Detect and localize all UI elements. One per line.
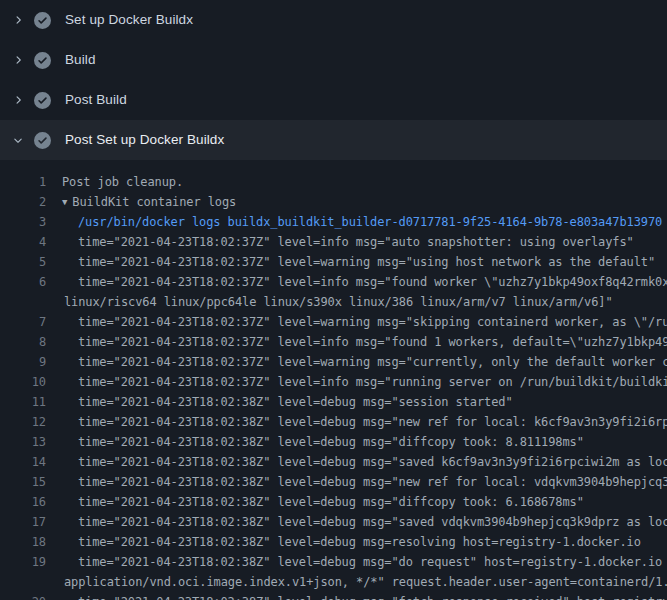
log-line: 5 ▼ time="2021-04-23T18:02:37Z" level=wa… — [0, 252, 667, 272]
log-line: 4 ▼ time="2021-04-23T18:02:37Z" level=in… — [0, 232, 667, 252]
log-line-text: time="2021-04-23T18:02:38Z" level=debug … — [78, 492, 584, 512]
log-line: 6 ▼ time="2021-04-23T18:02:37Z" level=in… — [0, 272, 667, 292]
line-number[interactable]: 8 — [0, 332, 46, 352]
log-line-text: time="2021-04-23T18:02:37Z" level=info m… — [78, 372, 667, 392]
line-number[interactable]: 11 — [0, 392, 46, 412]
line-number[interactable]: 4 — [0, 232, 46, 252]
log-line: 12 ▼ time="2021-04-23T18:02:38Z" level=d… — [0, 412, 667, 432]
log-line-text: Post job cleanup. — [62, 172, 183, 192]
line-number[interactable]: 1 — [0, 172, 46, 192]
step-label: Set up Docker Buildx — [65, 13, 193, 27]
log-line: 7 ▼ time="2021-04-23T18:02:37Z" level=wa… — [0, 312, 667, 332]
line-number[interactable]: 2 — [0, 192, 46, 212]
check-circle-icon — [34, 92, 51, 109]
line-number[interactable]: 10 — [0, 372, 46, 392]
step-label: Post Build — [65, 93, 127, 107]
log-line: ▼ application/vnd.oci.image.index.v1+jso… — [0, 572, 667, 592]
log-line: 19 ▼ time="2021-04-23T18:02:38Z" level=d… — [0, 552, 667, 572]
line-number[interactable]: 6 — [0, 272, 46, 292]
step-header[interactable]: Build — [0, 40, 667, 80]
log-line-text: time="2021-04-23T18:02:38Z" level=debug … — [78, 552, 667, 572]
steps-list: Set up Docker Buildx Build Post Build — [0, 0, 667, 160]
line-number[interactable]: 16 — [0, 492, 46, 512]
chevron-right-icon — [10, 52, 26, 68]
step-label: Build — [65, 53, 96, 67]
log-line: 18 ▼ time="2021-04-23T18:02:38Z" level=d… — [0, 532, 667, 552]
log-line: 14 ▼ time="2021-04-23T18:02:38Z" level=d… — [0, 452, 667, 472]
log-line-text: /usr/bin/docker logs buildx_buildkit_bui… — [78, 212, 662, 232]
chevron-right-icon — [10, 12, 26, 28]
log-line-text: time="2021-04-23T18:02:38Z" level=debug … — [78, 452, 667, 472]
log-line-text: time="2021-04-23T18:02:38Z" level=debug … — [78, 412, 667, 432]
line-number[interactable]: 9 — [0, 352, 46, 372]
step-header[interactable]: Set up Docker Buildx — [0, 0, 667, 40]
line-number[interactable]: 5 — [0, 252, 46, 272]
log-line: 11 ▼ time="2021-04-23T18:02:38Z" level=d… — [0, 392, 667, 412]
line-number[interactable] — [0, 292, 46, 312]
log-line: 3 ▼ /usr/bin/docker logs buildx_buildkit… — [0, 212, 667, 232]
log-line-text: time="2021-04-23T18:02:38Z" level=debug … — [78, 532, 641, 552]
line-number[interactable]: 15 — [0, 472, 46, 492]
step-header[interactable]: Post Set up Docker Buildx — [0, 120, 667, 160]
log-line-text: time="2021-04-23T18:02:38Z" level=debug … — [78, 432, 584, 452]
log-line-text: linux/riscv64 linux/ppc64le linux/s390x … — [64, 292, 613, 312]
check-circle-icon — [34, 12, 51, 29]
line-number[interactable]: 3 — [0, 212, 46, 232]
line-number[interactable]: 18 — [0, 532, 46, 552]
log-line[interactable]: 2 ▼ BuildKit container logs — [0, 192, 667, 212]
log-line-text: time="2021-04-23T18:02:38Z" level=debug … — [78, 392, 513, 412]
log-line: 8 ▼ time="2021-04-23T18:02:37Z" level=in… — [0, 332, 667, 352]
log-line-text: time="2021-04-23T18:02:37Z" level=info m… — [78, 332, 667, 352]
log-line-text: application/vnd.oci.image.index.v1+json,… — [64, 572, 667, 592]
check-circle-icon — [34, 52, 51, 69]
log-viewer[interactable]: 1 ▼ Post job cleanup. 2 ▼ BuildKit conta… — [0, 160, 667, 600]
step-header[interactable]: Post Build — [0, 80, 667, 120]
log-line: 10 ▼ time="2021-04-23T18:02:37Z" level=i… — [0, 372, 667, 392]
line-number[interactable]: 14 — [0, 452, 46, 472]
log-line-text: time="2021-04-23T18:02:38Z" level=debug … — [78, 512, 667, 532]
log-line: 9 ▼ time="2021-04-23T18:02:37Z" level=wa… — [0, 352, 667, 372]
log-line: 20 ▼ time="2021-04-23T18:02:38Z" level=d… — [0, 592, 667, 600]
log-line-text: time="2021-04-23T18:02:38Z" level=debug … — [78, 472, 667, 492]
step-label: Post Set up Docker Buildx — [65, 133, 224, 147]
log-line-text: time="2021-04-23T18:02:37Z" level=info m… — [78, 232, 634, 252]
log-line: 16 ▼ time="2021-04-23T18:02:38Z" level=d… — [0, 492, 667, 512]
chevron-right-icon — [10, 92, 26, 108]
log-line: 13 ▼ time="2021-04-23T18:02:38Z" level=d… — [0, 432, 667, 452]
log-line-text: time="2021-04-23T18:02:38Z" level=debug … — [78, 592, 667, 600]
line-number[interactable]: 12 — [0, 412, 46, 432]
line-number[interactable]: 20 — [0, 592, 46, 600]
log-line: 1 ▼ Post job cleanup. — [0, 172, 667, 192]
line-number[interactable]: 13 — [0, 432, 46, 452]
log-line-text: time="2021-04-23T18:02:37Z" level=info m… — [78, 272, 667, 292]
log-line-text: time="2021-04-23T18:02:37Z" level=warnin… — [78, 312, 667, 332]
line-number[interactable]: 17 — [0, 512, 46, 532]
log-line: 15 ▼ time="2021-04-23T18:02:38Z" level=d… — [0, 472, 667, 492]
group-caret-icon: ▼ — [62, 192, 67, 212]
log-line-text: time="2021-04-23T18:02:37Z" level=warnin… — [78, 352, 667, 372]
log-line: ▼ linux/riscv64 linux/ppc64le linux/s390… — [0, 292, 667, 312]
line-number[interactable] — [0, 572, 46, 592]
log-line-text: BuildKit container logs — [72, 192, 236, 212]
chevron-down-icon — [10, 132, 26, 148]
log-line: 17 ▼ time="2021-04-23T18:02:38Z" level=d… — [0, 512, 667, 532]
log-line-text: time="2021-04-23T18:02:37Z" level=warnin… — [78, 252, 655, 272]
check-circle-icon — [34, 132, 51, 149]
line-number[interactable]: 19 — [0, 552, 46, 572]
line-number[interactable]: 7 — [0, 312, 46, 332]
